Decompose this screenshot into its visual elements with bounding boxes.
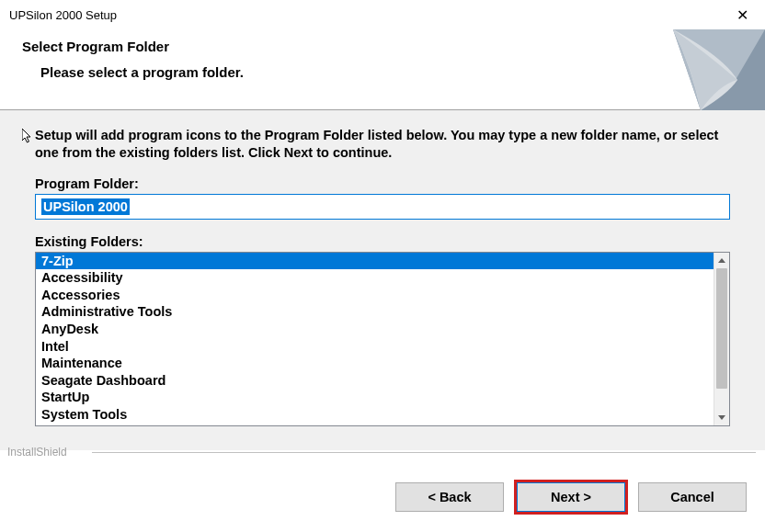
list-item[interactable]: Maintenance [36, 355, 714, 372]
cancel-button[interactable]: Cancel [638, 482, 747, 512]
next-button[interactable]: Next > [517, 482, 625, 512]
svg-marker-2 [718, 258, 725, 263]
scroll-down-icon[interactable] [714, 410, 729, 425]
window-title: UPSilon 2000 Setup [9, 8, 117, 22]
separator [92, 452, 756, 453]
page-title: Select Program Folder [22, 39, 169, 54]
page-subtitle: Please select a program folder. [40, 64, 244, 80]
svg-marker-3 [718, 415, 725, 420]
list-item[interactable]: Administrative Tools [36, 303, 714, 321]
button-row: < Back Next > Cancel [395, 482, 747, 512]
scroll-up-icon[interactable] [714, 253, 729, 268]
existing-folders-listbox[interactable]: 7-ZipAccessibilityAccessoriesAdministrat… [35, 252, 730, 426]
program-folder-value: UPSilon 2000 [41, 198, 130, 215]
main-content: Setup will add program icons to the Prog… [0, 110, 765, 450]
titlebar: UPSilon 2000 Setup ✕ [0, 0, 765, 29]
list-item[interactable]: Seagate Dashboard [36, 372, 714, 390]
close-icon[interactable]: ✕ [729, 5, 756, 26]
list-item[interactable]: Accessories [36, 287, 714, 304]
list-item[interactable]: AnyDesk [36, 321, 714, 338]
back-button[interactable]: < Back [395, 482, 504, 512]
list-item[interactable]: 7-Zip [36, 253, 714, 270]
scroll-thumb[interactable] [716, 268, 727, 389]
program-folder-input[interactable]: UPSilon 2000 [35, 194, 730, 220]
list-item[interactable]: StartUp [36, 389, 714, 406]
page-curl-graphic [636, 29, 765, 110]
instruction-text: Setup will add program icons to the Prog… [35, 127, 730, 162]
program-folder-label: Program Folder: [35, 176, 730, 191]
header-section: Select Program Folder Please select a pr… [0, 29, 765, 110]
list-item[interactable]: Accessibility [36, 269, 714, 287]
existing-folders-label: Existing Folders: [35, 234, 730, 249]
scrollbar[interactable] [714, 253, 729, 425]
scroll-track[interactable] [714, 268, 729, 410]
installshield-brand: InstallShield [7, 446, 67, 458]
list-item[interactable]: System Tools [36, 406, 714, 424]
list-item[interactable]: Intel [36, 338, 714, 356]
